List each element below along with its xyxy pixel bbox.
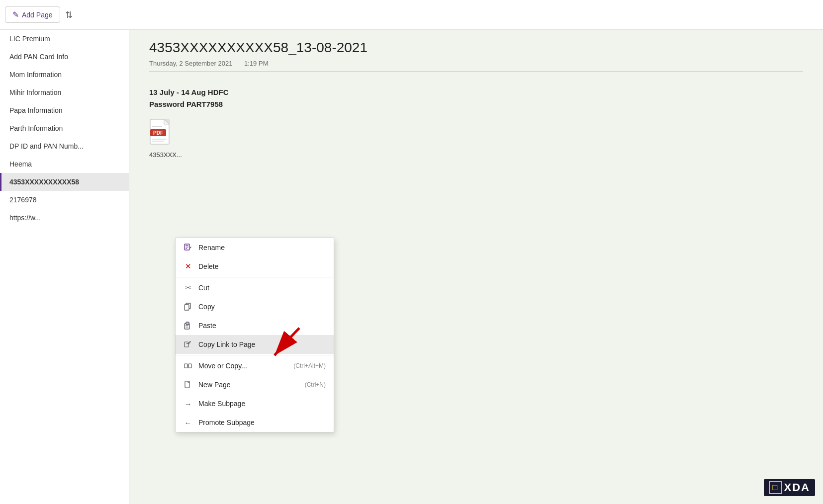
content-area: 4353XXXXXXXXXX58_13-08-2021 Thursday, 2 …: [129, 30, 823, 504]
svg-rect-23: [188, 364, 191, 368]
svg-rect-15: [186, 322, 189, 325]
context-menu-rename-label: Rename: [198, 244, 225, 252]
sidebar-item-add-pan-card-info[interactable]: Add PAN Card Info: [0, 48, 129, 66]
context-menu-promote-subpage-label: Promote Subpage: [198, 419, 255, 426]
sidebar-item-papa-information[interactable]: Papa Information: [0, 101, 129, 119]
xda-watermark: □ XDA: [764, 479, 815, 496]
context-menu-divider-2: [176, 355, 334, 355]
context-menu-promote-subpage[interactable]: ← Promote Subpage: [176, 413, 334, 432]
page-meta: Thursday, 2 September 2021 1:19 PM: [149, 60, 803, 72]
context-menu-paste[interactable]: Paste: [176, 316, 334, 335]
sidebar-item-heema[interactable]: Heema: [0, 155, 129, 173]
svg-rect-22: [184, 364, 187, 368]
svg-rect-18: [184, 342, 188, 347]
svg-text:PDF: PDF: [153, 130, 163, 136]
top-bar: ✎ Add Page ⇅: [0, 0, 823, 30]
sidebar-item-mom-information[interactable]: Mom Information: [0, 66, 129, 84]
context-menu-delete[interactable]: ✕ Delete: [176, 257, 334, 276]
page-content-hdfc: 13 July - 14 Aug HDFC Password PART7958: [149, 86, 803, 110]
context-menu-paste-label: Paste: [198, 322, 216, 330]
context-menu-copy[interactable]: Copy: [176, 297, 334, 316]
pdf-icon: PDF: [149, 118, 175, 148]
sort-button[interactable]: ⇅: [65, 9, 73, 20]
sidebar-item-parth-information[interactable]: Parth Information: [0, 119, 129, 137]
context-menu-copy-link-to-page[interactable]: Copy Link to Page: [176, 335, 334, 354]
cut-icon: ✂: [183, 283, 192, 292]
pdf-label: 4353XXX...: [149, 151, 182, 159]
sidebar-item-lic-premium[interactable]: LIC Premium: [0, 30, 129, 48]
paste-icon: [183, 321, 192, 330]
new-page-icon: [183, 380, 192, 389]
context-menu-new-page[interactable]: New Page (Ctrl+N): [176, 375, 334, 394]
context-menu-divider-1: [176, 277, 334, 277]
add-page-label: Add Page: [22, 11, 53, 19]
sort-icon: ⇅: [65, 10, 73, 20]
context-menu-make-subpage-label: Make Subpage: [198, 400, 245, 408]
context-menu-delete-label: Delete: [198, 262, 218, 270]
sidebar-item-2176978[interactable]: 2176978: [0, 191, 129, 209]
main-layout: LIC Premium Add PAN Card Info Mom Inform…: [0, 30, 823, 504]
sidebar-item-mihir-information[interactable]: Mihir Information: [0, 84, 129, 101]
context-menu-new-page-label: New Page: [198, 381, 231, 389]
xda-logo-text: XDA: [784, 481, 810, 494]
page-date: Thursday, 2 September 2021: [149, 60, 232, 67]
context-menu-cut-label: Cut: [198, 284, 209, 292]
context-menu-move-or-copy-shortcut: (Ctrl+Alt+M): [293, 362, 326, 369]
pdf-attachment[interactable]: PDF 4353XXX...: [149, 118, 803, 159]
delete-icon: ✕: [183, 262, 192, 271]
context-menu-move-or-copy[interactable]: Move or Copy... (Ctrl+Alt+M): [176, 356, 334, 375]
context-menu-move-or-copy-label: Move or Copy...: [198, 362, 247, 370]
svg-rect-13: [184, 305, 189, 310]
copy-icon: [183, 302, 192, 311]
sidebar-item-dp-id-pan-numb[interactable]: DP ID and PAN Numb...: [0, 137, 129, 155]
context-menu-make-subpage[interactable]: → Make Subpage: [176, 394, 334, 413]
xda-box-icon: □: [769, 481, 782, 494]
add-page-button[interactable]: ✎ Add Page: [5, 6, 60, 23]
context-menu-copy-label: Copy: [198, 303, 215, 311]
rename-icon: [183, 243, 192, 252]
context-menu: Rename ✕ Delete ✂ Cut: [175, 238, 334, 432]
context-menu-new-page-shortcut: (Ctrl+N): [305, 381, 326, 388]
add-page-icon: ✎: [12, 10, 19, 19]
promote-subpage-icon: ←: [183, 418, 192, 427]
context-menu-copy-link-label: Copy Link to Page: [198, 340, 255, 348]
make-subpage-icon: →: [183, 399, 192, 408]
sidebar-item-4353[interactable]: 4353XXXXXXXXXX58: [0, 173, 129, 191]
sidebar: LIC Premium Add PAN Card Info Mom Inform…: [0, 30, 129, 504]
context-menu-rename[interactable]: Rename: [176, 238, 334, 257]
page-time: 1:19 PM: [244, 60, 268, 67]
sidebar-item-https[interactable]: https://w...: [0, 209, 129, 227]
copy-link-icon: [183, 340, 192, 349]
context-menu-cut[interactable]: ✂ Cut: [176, 278, 334, 297]
move-or-copy-icon: [183, 361, 192, 370]
page-title: 4353XXXXXXXXXX58_13-08-2021: [149, 40, 803, 56]
